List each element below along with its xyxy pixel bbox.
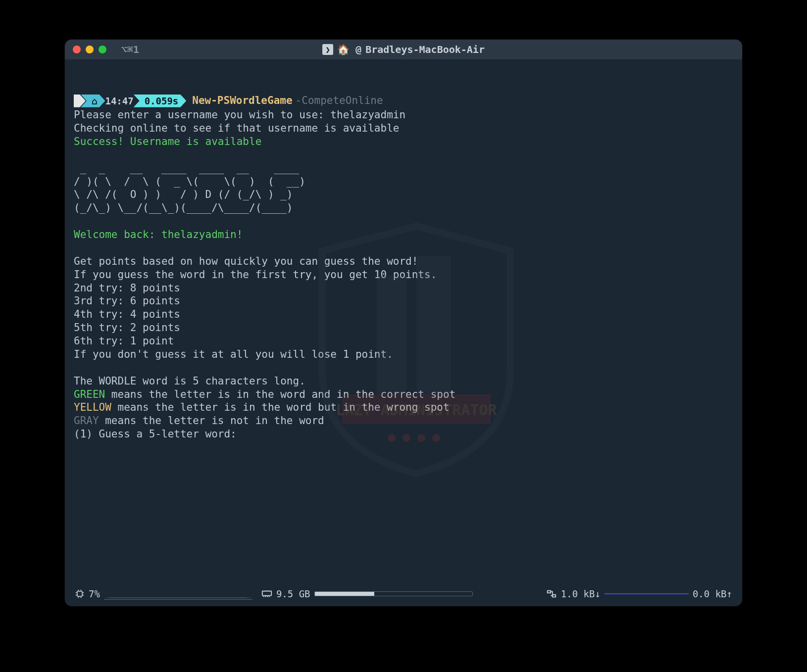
minimize-icon[interactable] <box>86 46 94 53</box>
ascii-art-line: \ /\ /( O ) ) / ) D (/ (_/\ ) _) <box>74 189 299 200</box>
ram-meter: 9.5 GB <box>261 588 473 599</box>
color-word-green: GREEN <box>74 388 105 400</box>
output-line: 5th try: 2 points <box>74 322 180 334</box>
output-line: The WORDLE word is 5 characters long. <box>74 375 305 387</box>
output-line: Checking online to see if that username … <box>74 122 399 134</box>
cpu-meter: 7% <box>75 588 252 600</box>
svg-point-6 <box>417 434 425 442</box>
svg-rect-8 <box>77 591 82 596</box>
window-title: ❯ 🏠 @ Bradleys-MacBook-Air <box>322 44 485 55</box>
command-arg: -CompeteOnline <box>293 94 383 107</box>
output-line: GREEN means the letter is in the word an… <box>74 388 455 400</box>
svg-rect-10 <box>548 591 551 593</box>
command-name: New-PSWordleGame <box>186 94 292 107</box>
output-line: YELLOW means the letter is in the word b… <box>74 401 450 413</box>
svg-rect-9 <box>262 591 271 596</box>
network-meter: 1.0 kB↓ 0.0 kB↑ <box>546 588 732 599</box>
titlebar: ⌥⌘1 ❯ 🏠 @ Bradleys-MacBook-Air <box>65 40 742 59</box>
prompt-segment-time: 14:47 <box>100 95 138 107</box>
svg-rect-0 <box>377 276 406 404</box>
network-icon <box>546 589 557 599</box>
window-controls <box>73 46 106 53</box>
prompt-segment-duration: 0.059s <box>134 95 187 107</box>
net-down-value: 1.0 kB↓ <box>561 588 601 599</box>
hostname: Bradleys-MacBook-Air <box>365 44 485 55</box>
svg-rect-11 <box>553 595 555 597</box>
output-line: 2nd try: 8 points <box>74 282 180 294</box>
terminal-window: ⌥⌘1 ❯ 🏠 @ Bradleys-MacBook-Air LAZY ADMI… <box>65 40 742 606</box>
output-line: If you don't guess it at all you will lo… <box>74 348 393 360</box>
net-up-value: 0.0 kB↑ <box>693 588 732 599</box>
cpu-sparkline <box>104 588 252 600</box>
output-line: GRAY means the letter is not in the word <box>74 415 324 427</box>
output-line: Get points based on how quickly you can … <box>74 255 418 267</box>
output-success-line: Success! Username is available <box>74 136 261 147</box>
zoom-icon[interactable] <box>99 46 106 53</box>
net-sparkline <box>605 593 689 594</box>
output-line: 4th try: 4 points <box>74 308 180 320</box>
output-line: Please enter a username you wish to use:… <box>74 109 405 121</box>
ram-bar <box>314 591 473 596</box>
tab-shortcut-hint: ⌥⌘1 <box>121 44 139 55</box>
home-icon: ⌂ <box>92 95 97 107</box>
close-icon[interactable] <box>73 46 81 53</box>
svg-point-7 <box>432 434 440 442</box>
ascii-art-line: _ _ __ ____ ____ __ ____ <box>74 162 305 174</box>
color-word-yellow: YELLOW <box>74 401 111 413</box>
cpu-value: 7% <box>89 588 100 599</box>
prompt-badge-icon: ❯ <box>322 44 333 55</box>
title-prefix: 🏠 @ <box>337 44 361 55</box>
memory-icon <box>261 589 272 599</box>
status-bar: 7% 9.5 GB 1.0 kB↓ 0.0 kB↑ <box>65 584 742 606</box>
svg-point-5 <box>403 434 410 442</box>
svg-point-4 <box>388 434 396 442</box>
ascii-art-line: / )( \ / \ ( _ \( \( ) ( __) <box>74 176 305 188</box>
watermark-logo: LAZY ADMINISTRATOR <box>303 208 530 482</box>
ascii-art-line: (_/\_) \__/(__\_)(____/\____/(____) <box>74 202 293 214</box>
output-welcome-line: Welcome back: thelazyadmin! <box>74 229 243 240</box>
output-line: If you guess the word in the first try, … <box>74 269 437 281</box>
output-line: 6th try: 1 point <box>74 335 174 347</box>
prompt-line: ⌂14:470.059sNew-PSWordleGame-CompeteOnli… <box>74 94 383 107</box>
ram-value: 9.5 GB <box>276 588 310 599</box>
output-line: 3rd try: 6 points <box>74 295 180 307</box>
cpu-icon <box>75 589 85 599</box>
terminal-content[interactable]: LAZY ADMINISTRATOR ⌂14:470.059sNew-PSWor… <box>65 59 742 584</box>
input-prompt-line[interactable]: (1) Guess a 5-letter word: <box>74 428 243 440</box>
color-word-gray: GRAY <box>74 415 99 427</box>
